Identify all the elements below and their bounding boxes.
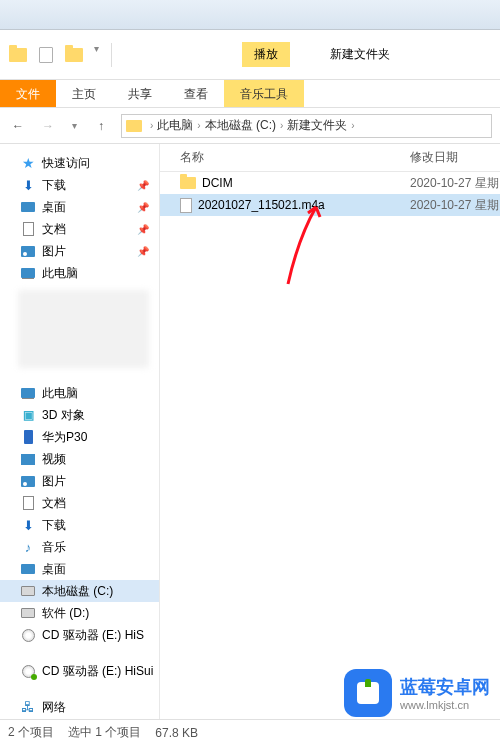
folder-icon[interactable]	[6, 43, 30, 67]
sidebar-item-label: 本地磁盘 (C:)	[42, 583, 113, 600]
folder-icon	[180, 177, 196, 189]
watermark-title: 蓝莓安卓网	[400, 675, 490, 699]
sidebar-item-desktop2[interactable]: 桌面	[0, 558, 159, 580]
sidebar-item-downloads2[interactable]: ⬇ 下载	[0, 514, 159, 536]
sidebar-item-desktop[interactable]: 桌面 📌	[0, 196, 159, 218]
status-size: 67.8 KB	[155, 726, 198, 740]
table-row[interactable]: 20201027_115021.m4a 2020-10-27 星期	[160, 194, 500, 216]
sidebar-item-label: 此电脑	[42, 265, 78, 282]
watermark-url: www.lmkjst.cn	[400, 699, 490, 711]
table-row[interactable]: DCIM 2020-10-27 星期	[160, 172, 500, 194]
video-icon	[20, 451, 36, 467]
forward-button[interactable]: →	[38, 116, 58, 136]
sidebar-item-quickaccess[interactable]: ★ 快速访问	[0, 152, 159, 174]
blurred-region	[18, 290, 149, 368]
list-header: 名称 修改日期	[160, 144, 500, 172]
breadcrumb-item[interactable]: 新建文件夹	[287, 117, 347, 134]
doc-icon[interactable]	[34, 43, 58, 67]
history-dropdown-icon[interactable]: ▾	[72, 120, 77, 131]
sidebar-item-label: 3D 对象	[42, 407, 85, 424]
pin-icon: 📌	[137, 224, 149, 235]
pin-icon: 📌	[137, 180, 149, 191]
window-titlebar	[0, 0, 500, 30]
phone-icon	[20, 429, 36, 445]
chevron-down-icon[interactable]: ▾	[94, 43, 99, 67]
cd-icon	[20, 627, 36, 643]
sidebar-item-drive-d[interactable]: 软件 (D:)	[0, 602, 159, 624]
sidebar-item-label: 软件 (D:)	[42, 605, 89, 622]
sidebar-item-3dobjects[interactable]: ▣ 3D 对象	[0, 404, 159, 426]
sidebar-item-pictures2[interactable]: 图片	[0, 470, 159, 492]
folder-icon-2[interactable]	[62, 43, 86, 67]
tab-home[interactable]: 主页	[56, 80, 112, 107]
sidebar-item-videos[interactable]: 视频	[0, 448, 159, 470]
tab-file[interactable]: 文件	[0, 80, 56, 107]
file-name: 20201027_115021.m4a	[198, 198, 325, 212]
sidebar-item-label: 桌面	[42, 199, 66, 216]
status-bar: 2 个项目 选中 1 个项目 67.8 KB	[0, 719, 500, 745]
sidebar-item-documents2[interactable]: 文档	[0, 492, 159, 514]
document-icon	[20, 221, 36, 237]
sidebar-item-drive-c[interactable]: 本地磁盘 (C:)	[0, 580, 159, 602]
tab-share[interactable]: 共享	[112, 80, 168, 107]
sidebar-item-label: 文档	[42, 221, 66, 238]
sidebar-item-label: 图片	[42, 473, 66, 490]
sidebar-item-label: CD 驱动器 (E:) HiS	[42, 627, 144, 644]
sidebar-item-label: 快速访问	[42, 155, 90, 172]
navigation-sidebar: ★ 快速访问 ⬇ 下载 📌 桌面 📌 文档 📌 图片 📌	[0, 144, 160, 719]
drive-icon	[20, 583, 36, 599]
chevron-right-icon: ›	[280, 120, 283, 131]
breadcrumb-item[interactable]: 此电脑	[157, 117, 193, 134]
sidebar-item-label: CD 驱动器 (E:) HiSui	[42, 663, 153, 680]
file-date: 2020-10-27 星期	[410, 197, 500, 214]
quick-access-toolbar: ▾ 播放 新建文件夹	[0, 30, 500, 80]
sidebar-item-label: 图片	[42, 243, 66, 260]
download-icon: ⬇	[20, 177, 36, 193]
play-tab[interactable]: 播放	[232, 30, 300, 79]
sidebar-item-downloads[interactable]: ⬇ 下载 📌	[0, 174, 159, 196]
sidebar-item-label: 视频	[42, 451, 66, 468]
chevron-right-icon: ›	[351, 120, 354, 131]
sidebar-item-music[interactable]: ♪ 音乐	[0, 536, 159, 558]
file-icon	[180, 198, 192, 213]
sidebar-item-label: 下载	[42, 517, 66, 534]
sidebar-item-pictures[interactable]: 图片 📌	[0, 240, 159, 262]
file-date: 2020-10-27 星期	[410, 175, 500, 192]
sidebar-item-thispc-section[interactable]: 此电脑	[0, 382, 159, 404]
drive-icon	[20, 605, 36, 621]
back-button[interactable]: ←	[8, 116, 28, 136]
tab-view[interactable]: 查看	[168, 80, 224, 107]
sidebar-item-network[interactable]: 🖧 网络	[0, 696, 159, 718]
download-icon: ⬇	[20, 517, 36, 533]
tab-music-tools[interactable]: 音乐工具	[224, 80, 304, 107]
pin-icon: 📌	[137, 202, 149, 213]
cd-icon	[20, 663, 36, 679]
column-name[interactable]: 名称	[160, 149, 410, 166]
watermark-logo-icon	[344, 669, 392, 717]
sidebar-item-label: 华为P30	[42, 429, 87, 446]
file-name: DCIM	[202, 176, 233, 190]
desktop-icon	[20, 199, 36, 215]
picture-icon	[20, 243, 36, 259]
sidebar-item-label: 此电脑	[42, 385, 78, 402]
sidebar-item-huawei[interactable]: 华为P30	[0, 426, 159, 448]
document-icon	[20, 495, 36, 511]
sidebar-item-cd-e2[interactable]: CD 驱动器 (E:) HiSui	[0, 660, 159, 682]
breadcrumb[interactable]: › 此电脑 › 本地磁盘 (C:) › 新建文件夹 ›	[121, 114, 492, 138]
sidebar-item-thispc[interactable]: 此电脑	[0, 262, 159, 284]
up-button[interactable]: ↑	[91, 116, 111, 136]
breadcrumb-item[interactable]: 本地磁盘 (C:)	[205, 117, 276, 134]
status-count: 2 个项目	[8, 724, 54, 741]
address-bar: ← → ▾ ↑ › 此电脑 › 本地磁盘 (C:) › 新建文件夹 ›	[0, 108, 500, 144]
desktop-icon	[20, 561, 36, 577]
sidebar-item-cd-e[interactable]: CD 驱动器 (E:) HiS	[0, 624, 159, 646]
status-selected: 选中 1 个项目	[68, 724, 141, 741]
pc-icon	[20, 385, 36, 401]
column-date[interactable]: 修改日期	[410, 149, 500, 166]
star-icon: ★	[20, 155, 36, 171]
chevron-right-icon: ›	[197, 120, 200, 131]
sidebar-item-label: 文档	[42, 495, 66, 512]
watermark: 蓝莓安卓网 www.lmkjst.cn	[344, 669, 490, 717]
ribbon-tabs: 文件 主页 共享 查看 音乐工具	[0, 80, 500, 108]
sidebar-item-documents[interactable]: 文档 📌	[0, 218, 159, 240]
